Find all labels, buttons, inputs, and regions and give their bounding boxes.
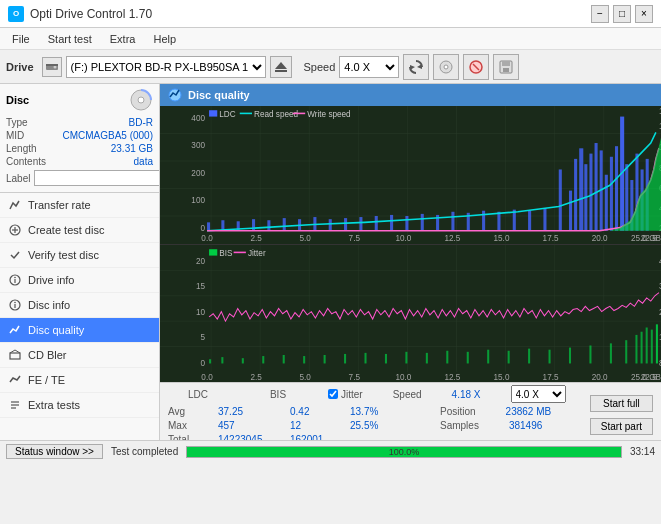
drive-select[interactable]: (F:) PLEXTOR BD-R PX-LB950SA 1.06 bbox=[66, 56, 266, 78]
svg-text:10.0: 10.0 bbox=[395, 233, 411, 243]
label-input[interactable] bbox=[34, 170, 160, 186]
type-key: Type bbox=[6, 117, 28, 128]
sidebar-label-drive-info: Drive info bbox=[28, 274, 74, 286]
svg-text:12.5: 12.5 bbox=[444, 372, 460, 382]
minimize-button[interactable]: − bbox=[591, 5, 609, 23]
mid-key: MID bbox=[6, 130, 24, 141]
sidebar-item-create-test-disc[interactable]: Create test disc bbox=[0, 218, 159, 243]
svg-rect-153 bbox=[242, 358, 244, 363]
start-part-button[interactable]: Start part bbox=[590, 418, 653, 435]
disc-quality-header-icon bbox=[168, 88, 182, 102]
sidebar-item-disc-info[interactable]: Disc info bbox=[0, 293, 159, 318]
svg-rect-83 bbox=[421, 214, 424, 231]
sidebar-item-disc-quality[interactable]: Disc quality bbox=[0, 318, 159, 343]
svg-rect-166 bbox=[508, 350, 510, 363]
app-icon: O bbox=[8, 6, 24, 22]
svg-text:0: 0 bbox=[200, 223, 205, 233]
eject-button[interactable] bbox=[270, 56, 292, 78]
sidebar-item-fe-te[interactable]: FE / TE bbox=[0, 368, 159, 393]
svg-rect-170 bbox=[589, 345, 591, 363]
svg-rect-82 bbox=[405, 216, 408, 231]
length-val: 23.31 GB bbox=[111, 143, 153, 154]
progress-container: 100.0% bbox=[186, 446, 622, 458]
app-title: Opti Drive Control 1.70 bbox=[30, 7, 152, 21]
svg-text:Jitter: Jitter bbox=[248, 247, 266, 257]
jitter-checkbox[interactable] bbox=[328, 389, 338, 399]
svg-text:Read speed: Read speed bbox=[254, 108, 298, 118]
svg-rect-91 bbox=[543, 209, 546, 231]
svg-text:17.5: 17.5 bbox=[543, 233, 559, 243]
save-button[interactable] bbox=[493, 54, 519, 80]
svg-text:0: 0 bbox=[200, 357, 205, 367]
menu-start-test[interactable]: Start test bbox=[40, 31, 100, 47]
sidebar-item-cd-bler[interactable]: CD Bler bbox=[0, 343, 159, 368]
svg-text:0.0: 0.0 bbox=[201, 233, 213, 243]
statusbar: Status window >> Test completed 100.0% 3… bbox=[0, 440, 661, 462]
menu-extra[interactable]: Extra bbox=[102, 31, 144, 47]
refresh-button[interactable] bbox=[403, 54, 429, 80]
fe-te-icon bbox=[8, 373, 22, 387]
svg-text:17.5: 17.5 bbox=[543, 372, 559, 382]
sidebar-label-transfer-rate: Transfer rate bbox=[28, 199, 91, 211]
svg-rect-90 bbox=[528, 211, 531, 231]
svg-text:200: 200 bbox=[191, 168, 205, 178]
verify-test-disc-icon bbox=[8, 248, 22, 262]
speed-stat-label: Speed bbox=[393, 389, 422, 400]
label-key: Label bbox=[6, 173, 30, 184]
svg-rect-165 bbox=[487, 349, 489, 363]
speed-stat-select[interactable]: 4.0 X bbox=[511, 385, 566, 403]
svg-rect-73 bbox=[267, 220, 270, 231]
maximize-button[interactable]: □ bbox=[613, 5, 631, 23]
svg-rect-104 bbox=[625, 164, 628, 231]
svg-rect-4 bbox=[275, 70, 287, 72]
svg-rect-97 bbox=[589, 154, 592, 231]
drive-info-icon bbox=[8, 273, 22, 287]
start-full-button[interactable]: Start full bbox=[590, 395, 653, 412]
svg-text:5: 5 bbox=[200, 332, 205, 342]
menu-help[interactable]: Help bbox=[145, 31, 184, 47]
speed-select[interactable]: 4.0 X bbox=[339, 56, 399, 78]
svg-text:15.0: 15.0 bbox=[494, 233, 510, 243]
erase-button[interactable] bbox=[463, 54, 489, 80]
close-button[interactable]: × bbox=[635, 5, 653, 23]
sidebar-item-transfer-rate[interactable]: Transfer rate bbox=[0, 193, 159, 218]
sidebar-item-verify-test-disc[interactable]: Verify test disc bbox=[0, 243, 159, 268]
svg-rect-173 bbox=[635, 334, 637, 363]
svg-point-8 bbox=[444, 65, 448, 69]
svg-rect-101 bbox=[610, 157, 613, 231]
sidebar-nav: Transfer rate Create test disc Verify te… bbox=[0, 193, 159, 440]
menu-file[interactable]: File bbox=[4, 31, 38, 47]
svg-point-15 bbox=[138, 97, 144, 103]
svg-rect-2 bbox=[46, 64, 58, 66]
disc-button[interactable] bbox=[433, 54, 459, 80]
sidebar: Disc Type BD-R MID CMCMAGBA5 (000) Lengt… bbox=[0, 84, 160, 440]
svg-rect-172 bbox=[625, 340, 627, 363]
svg-marker-3 bbox=[275, 62, 287, 69]
speed-label: Speed bbox=[304, 61, 336, 73]
svg-text:7.5: 7.5 bbox=[349, 372, 361, 382]
svg-rect-13 bbox=[503, 68, 509, 72]
disc-info-icon bbox=[8, 298, 22, 312]
sidebar-item-extra-tests[interactable]: Extra tests bbox=[0, 393, 159, 418]
svg-rect-72 bbox=[252, 219, 255, 231]
progress-label: 100.0% bbox=[389, 447, 420, 457]
create-test-disc-icon bbox=[8, 223, 22, 237]
svg-rect-95 bbox=[579, 148, 583, 231]
svg-text:2.5: 2.5 bbox=[250, 372, 262, 382]
svg-rect-92 bbox=[559, 169, 562, 230]
status-time: 33:14 bbox=[630, 446, 655, 457]
disc-section-label: Disc bbox=[6, 94, 29, 106]
svg-rect-100 bbox=[605, 175, 608, 231]
svg-rect-169 bbox=[569, 347, 571, 363]
svg-rect-167 bbox=[528, 348, 530, 363]
svg-rect-79 bbox=[359, 217, 362, 231]
svg-text:LDC: LDC bbox=[219, 108, 235, 118]
titlebar-controls[interactable]: − □ × bbox=[591, 5, 653, 23]
svg-rect-98 bbox=[595, 143, 598, 231]
svg-rect-93 bbox=[569, 191, 572, 231]
cd-bler-icon bbox=[8, 348, 22, 362]
sidebar-item-drive-info[interactable]: Drive info bbox=[0, 268, 159, 293]
svg-text:Write speed: Write speed bbox=[307, 108, 351, 118]
status-window-button[interactable]: Status window >> bbox=[6, 444, 103, 459]
svg-text:10: 10 bbox=[196, 306, 205, 316]
